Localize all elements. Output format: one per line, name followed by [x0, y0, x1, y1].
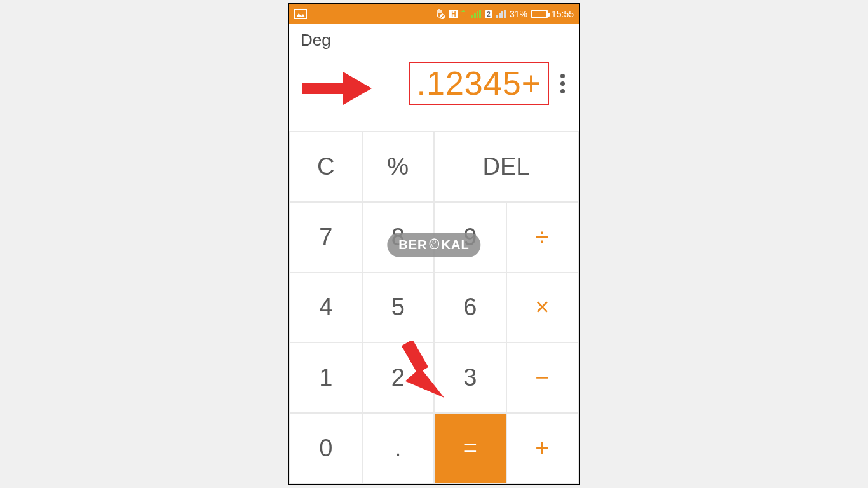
status-left — [294, 9, 307, 19]
digit-6-button[interactable]: 6 — [435, 273, 506, 342]
svg-rect-5 — [402, 341, 428, 374]
angle-mode-label: Deg — [301, 30, 567, 50]
divide-button[interactable]: ÷ — [507, 203, 578, 272]
equals-button[interactable]: = — [435, 414, 506, 483]
digit-7-button[interactable]: 7 — [290, 203, 362, 272]
annotation-arrow-2 — [402, 341, 453, 400]
image-icon — [294, 9, 307, 19]
sim-badge: 2 — [485, 10, 492, 18]
status-bar: H 2 31% 15:55 — [289, 4, 579, 24]
svg-point-4 — [430, 239, 439, 249]
digit-4-button[interactable]: 4 — [290, 273, 362, 342]
multiply-button[interactable]: × — [507, 273, 578, 342]
signal-bars-1 — [471, 10, 481, 18]
network-h-badge: H — [449, 10, 458, 18]
delete-button[interactable]: DEL — [435, 132, 578, 201]
percent-button[interactable]: % — [363, 132, 434, 201]
more-menu-icon[interactable] — [558, 71, 567, 96]
watermark-badge: BER KAL — [387, 233, 480, 257]
digit-0-button[interactable]: 0 — [290, 414, 362, 483]
battery-percent: 31% — [510, 9, 527, 19]
brain-icon — [429, 238, 440, 252]
clock-time: 15:55 — [552, 9, 574, 19]
data-arrows-icon — [461, 9, 468, 19]
svg-rect-3 — [302, 83, 346, 94]
battery-icon — [531, 10, 548, 18]
status-right: H 2 31% 15:55 — [434, 8, 574, 20]
signal-bars-2 — [496, 10, 506, 18]
decimal-button[interactable]: . — [363, 414, 434, 483]
hand-block-icon — [434, 8, 445, 20]
expression-value[interactable]: .12345+ — [409, 62, 549, 105]
minus-button[interactable]: − — [507, 343, 578, 412]
clear-button[interactable]: C — [290, 132, 362, 201]
digit-5-button[interactable]: 5 — [363, 273, 434, 342]
calculator-display: Deg .12345+ — [289, 24, 579, 131]
digit-1-button[interactable]: 1 — [290, 343, 362, 412]
phone-frame: H 2 31% 15:55 Deg .12345+ C % DEL 7 8 9 — [288, 3, 580, 485]
watermark-text-suffix: KAL — [442, 238, 470, 252]
watermark-text-prefix: BER — [398, 238, 427, 252]
annotation-arrow-1 — [302, 69, 372, 109]
plus-button[interactable]: + — [507, 414, 578, 483]
keypad: C % DEL 7 8 9 ÷ 4 5 6 × 1 2 3 − 0 . = + — [289, 131, 579, 484]
